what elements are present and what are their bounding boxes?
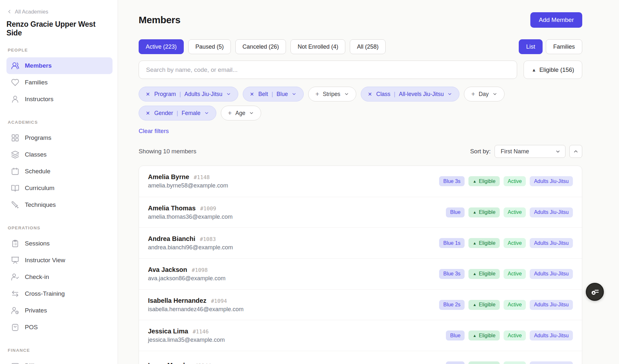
add-member-button[interactable]: Add Member bbox=[530, 12, 582, 28]
sidebar-item-schedule[interactable]: Schedule bbox=[6, 163, 113, 180]
sidebar-item-instructor-view[interactable]: Instructor View bbox=[6, 252, 113, 269]
arrows-swap-icon bbox=[11, 290, 19, 298]
member-email: jessica.lima35@example.com bbox=[148, 337, 225, 343]
filter-chip-label: Age bbox=[235, 110, 245, 117]
sidebar-item-label: Instructors bbox=[25, 96, 54, 103]
member-name: Jessica Lima bbox=[148, 328, 188, 335]
status-tab-not[interactable]: Not Enrolled (4) bbox=[290, 39, 345, 54]
filter-chip-gender[interactable]: ✕Gender|Female bbox=[139, 106, 216, 120]
member-code: #1144 bbox=[195, 363, 211, 364]
status-tab-all[interactable]: All (258) bbox=[350, 39, 386, 54]
sidebar-item-techniques[interactable]: Techniques bbox=[6, 196, 113, 213]
eligible-badge-label: Eligible bbox=[479, 271, 496, 277]
nav-section-label: ACADEMICS bbox=[8, 120, 113, 126]
plus-icon: + bbox=[471, 90, 475, 98]
view-toggle-families[interactable]: Families bbox=[546, 39, 582, 54]
sidebar-item-families[interactable]: Families bbox=[6, 74, 113, 91]
member-row[interactable]: Amelia Byrne#1148amelia.byrne58@example.… bbox=[139, 166, 582, 197]
floating-eligibility-widget-button[interactable] bbox=[586, 283, 604, 301]
eligible-badge: ▲Eligible bbox=[468, 361, 499, 364]
filter-chip-belt[interactable]: ✕Belt|Blue bbox=[243, 87, 304, 101]
list-triangle-icon bbox=[590, 287, 600, 297]
sidebar-item-label: Sessions bbox=[25, 240, 50, 247]
sidebar-item-privates[interactable]: Privates bbox=[6, 302, 113, 319]
sidebar-item-classes[interactable]: Classes bbox=[6, 146, 113, 163]
filter-chip-program[interactable]: ✕Program|Adults Jiu-Jitsu bbox=[139, 87, 238, 101]
view-toggle-list[interactable]: List bbox=[519, 39, 543, 54]
filter-chip-class[interactable]: ✕Class|All-levels Jiu-Jitsu bbox=[361, 87, 460, 101]
sidebar-item-instructors[interactable]: Instructors bbox=[6, 91, 113, 108]
member-row[interactable]: Andrea Bianchi#1083andrea.bianchi96@exam… bbox=[139, 227, 582, 258]
sidebar: All Academies Renzo Gracie Upper West Si… bbox=[0, 0, 118, 364]
program-badge: Adults Jiu-Jitsu bbox=[530, 330, 573, 340]
triangle-icon: ▲ bbox=[473, 302, 477, 307]
grid-icon bbox=[11, 134, 19, 142]
sort-by-label: Sort by: bbox=[470, 148, 491, 155]
add-filter-chip-age[interactable]: +Age bbox=[221, 106, 261, 120]
calendar-icon bbox=[11, 167, 19, 176]
member-email: andrea.bianchi96@example.com bbox=[148, 244, 233, 251]
eligible-badge: ▲Eligible bbox=[468, 300, 499, 310]
add-filter-chip-stripes[interactable]: +Stripes bbox=[308, 87, 356, 101]
member-name: Amelia Thomas bbox=[148, 205, 196, 212]
sidebar-item-cross-training[interactable]: Cross-Training bbox=[6, 285, 113, 302]
back-to-academies-link[interactable]: All Academies bbox=[6, 8, 113, 15]
sidebar-item-label: Schedule bbox=[25, 168, 50, 175]
member-info: Andrea Bianchi#1083andrea.bianchi96@exam… bbox=[148, 235, 233, 251]
heart-icon bbox=[11, 78, 19, 87]
remove-filter-icon[interactable]: ✕ bbox=[368, 91, 372, 97]
status-tab-paused[interactable]: Paused (5) bbox=[188, 39, 231, 54]
belt-badge: Blue bbox=[446, 361, 465, 364]
member-row[interactable]: Jessica Lima#1146jessica.lima35@example.… bbox=[139, 320, 582, 351]
back-label: All Academies bbox=[15, 9, 48, 15]
remove-filter-icon[interactable]: ✕ bbox=[146, 91, 150, 97]
chevron-left-icon bbox=[6, 9, 12, 14]
member-row[interactable]: Amelia Thomas#1009amelia.thomas36@exampl… bbox=[139, 197, 582, 228]
program-badge: Adults Jiu-Jitsu bbox=[530, 176, 573, 186]
filter-chips: ✕Program|Adults Jiu-Jitsu✕Belt|Blue+Stri… bbox=[139, 87, 582, 120]
eligible-badge: ▲Eligible bbox=[468, 207, 499, 217]
triangle-icon: ▲ bbox=[473, 210, 477, 215]
sidebar-item-billing[interactable]: Billing bbox=[6, 358, 113, 364]
status-badge: Active bbox=[504, 176, 526, 186]
chevron-up-icon bbox=[573, 148, 579, 154]
status-tab-group: Active (223)Paused (5)Canceled (26)Not E… bbox=[139, 39, 386, 54]
member-badges: Blue 1s▲EligibleActiveAdults Jiu-Jitsu bbox=[439, 238, 573, 248]
add-filter-chip-day[interactable]: +Day bbox=[464, 87, 504, 101]
eligible-filter-button[interactable]: ▲ Eligible (156) bbox=[524, 61, 582, 79]
sort-select-value: First Name bbox=[501, 148, 529, 155]
filter-chip-value: Female bbox=[182, 110, 200, 117]
member-email: isabella.hernandez46@example.com bbox=[148, 306, 243, 313]
member-info: Ava Jackson#1098ava.jackson86@example.co… bbox=[148, 266, 225, 282]
filter-chip-label: Class bbox=[376, 91, 390, 98]
member-badges: Blue 3s▲EligibleActiveAdults Jiu-Jitsu bbox=[439, 176, 573, 186]
status-badge: Active bbox=[504, 330, 526, 340]
swords-icon bbox=[11, 201, 19, 209]
search-input[interactable] bbox=[139, 61, 517, 79]
sidebar-item-curriculum[interactable]: Curriculum bbox=[6, 180, 113, 196]
presentation-icon bbox=[11, 256, 19, 264]
sidebar-item-label: Programs bbox=[25, 134, 51, 141]
member-row[interactable]: Isabella Hernandez#1094isabella.hernande… bbox=[139, 289, 582, 320]
filter-chip-divider: | bbox=[177, 110, 178, 117]
sort-direction-button[interactable] bbox=[569, 145, 582, 158]
status-tab-canceled[interactable]: Canceled (26) bbox=[235, 39, 286, 54]
member-row[interactable]: Laura Murphy#1144Blue▲EligibleActiveAdul… bbox=[139, 351, 582, 364]
credit-card-icon bbox=[11, 362, 19, 364]
member-info: Jessica Lima#1146jessica.lima35@example.… bbox=[148, 328, 225, 343]
sidebar-item-pos[interactable]: POS bbox=[6, 319, 113, 336]
clear-filters-link[interactable]: Clear filters bbox=[139, 128, 169, 135]
sort-select[interactable]: First Name bbox=[495, 145, 565, 158]
sidebar-item-programs[interactable]: Programs bbox=[6, 129, 113, 146]
remove-filter-icon[interactable]: ✕ bbox=[250, 91, 254, 97]
user-clock-icon bbox=[11, 306, 19, 315]
clipboard-list-icon bbox=[11, 239, 19, 248]
status-tab-active[interactable]: Active (223) bbox=[139, 39, 184, 54]
sidebar-item-check-in[interactable]: Check-in bbox=[6, 269, 113, 285]
member-badges: Blue 2s▲EligibleActiveAdults Jiu-Jitsu bbox=[439, 300, 573, 310]
heart-icon bbox=[11, 78, 19, 87]
sidebar-item-sessions[interactable]: Sessions bbox=[6, 235, 113, 252]
sidebar-item-members[interactable]: Members bbox=[6, 57, 113, 74]
remove-filter-icon[interactable]: ✕ bbox=[146, 110, 150, 116]
member-row[interactable]: Ava Jackson#1098ava.jackson86@example.co… bbox=[139, 258, 582, 289]
